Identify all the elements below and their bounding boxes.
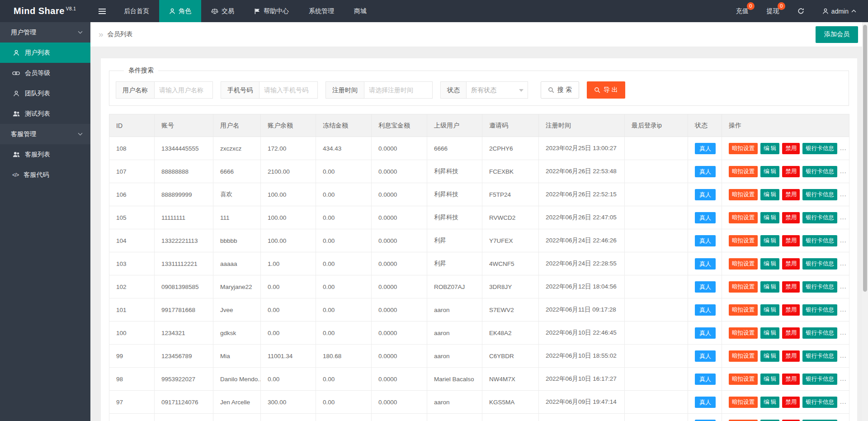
scrollbar[interactable] xyxy=(862,22,868,421)
menu-toggle-button[interactable] xyxy=(90,0,114,22)
edit-button[interactable]: 编 辑 xyxy=(760,281,779,293)
disable-button[interactable]: 禁用 xyxy=(782,397,800,408)
withdraw-badge: 0 xyxy=(778,2,785,10)
refresh-button[interactable] xyxy=(788,0,813,22)
bank-card-button[interactable]: 银行卡信息 xyxy=(802,235,837,246)
more-actions[interactable]: ... xyxy=(840,260,847,267)
topnav-item[interactable]: 商城 xyxy=(344,0,377,22)
disable-button[interactable]: 禁用 xyxy=(782,166,800,177)
more-actions[interactable]: ... xyxy=(840,329,847,336)
scrollbar-thumb[interactable] xyxy=(863,25,867,292)
sidebar-item[interactable]: 团队列表 xyxy=(0,83,90,104)
disable-button[interactable]: 禁用 xyxy=(782,350,800,362)
edit-button[interactable]: 编 辑 xyxy=(760,166,779,177)
deduction-settings-button[interactable]: 暗扣设置 xyxy=(729,350,758,362)
deduction-settings-button[interactable]: 暗扣设置 xyxy=(729,374,758,385)
bank-card-button[interactable]: 银行卡信息 xyxy=(802,397,837,408)
cell-id: 105 xyxy=(109,206,155,229)
bank-card-button[interactable]: 银行卡信息 xyxy=(802,212,837,223)
bank-card-button[interactable]: 银行卡信息 xyxy=(802,189,837,200)
deduction-settings-button[interactable]: 暗扣设置 xyxy=(729,212,758,223)
sidebar-section-header[interactable]: 用户管理 xyxy=(0,22,90,43)
bank-card-button[interactable]: 银行卡信息 xyxy=(802,143,837,154)
disable-button[interactable]: 禁用 xyxy=(782,258,800,270)
status-select[interactable]: 所有状态 xyxy=(466,81,528,99)
sidebar-item[interactable]: 用户列表 xyxy=(0,43,90,63)
edit-button[interactable]: 编 辑 xyxy=(760,304,779,316)
username-input[interactable] xyxy=(154,81,213,99)
search-button[interactable]: 搜 索 xyxy=(541,81,579,99)
sidebar-section-header[interactable]: 客服管理 xyxy=(0,124,90,144)
deduction-settings-button[interactable]: 暗扣设置 xyxy=(729,166,758,177)
deduction-settings-button[interactable]: 暗扣设置 xyxy=(729,258,758,270)
bank-card-button[interactable]: 银行卡信息 xyxy=(802,258,837,270)
phone-input[interactable] xyxy=(259,81,318,99)
bank-card-button[interactable]: 银行卡信息 xyxy=(802,281,837,293)
cell-reg_time: 2023年02月25日 13:00:27 xyxy=(539,137,625,160)
disable-button[interactable]: 禁用 xyxy=(782,304,800,316)
more-actions[interactable]: ... xyxy=(840,167,847,175)
cell-interest: 0.0000 xyxy=(372,229,427,252)
bank-card-button[interactable]: 银行卡信息 xyxy=(802,304,837,316)
more-actions[interactable]: ... xyxy=(840,213,847,221)
edit-button[interactable]: 编 辑 xyxy=(760,374,779,385)
bank-card-button[interactable]: 银行卡信息 xyxy=(802,350,837,362)
topnav-item[interactable]: 角色 xyxy=(159,0,201,22)
deduction-settings-button[interactable]: 暗扣设置 xyxy=(729,281,758,293)
edit-button[interactable]: 编 辑 xyxy=(760,350,779,362)
reg-time-input[interactable] xyxy=(364,81,433,99)
bank-card-button[interactable]: 银行卡信息 xyxy=(802,374,837,385)
disable-button[interactable]: 禁用 xyxy=(782,143,800,154)
topnav-item[interactable]: 交易 xyxy=(201,0,244,22)
more-actions[interactable]: ... xyxy=(840,283,847,290)
add-member-button[interactable]: 添加会员 xyxy=(816,26,858,43)
table-row: 9709171124076Jen Arcelle300.000.000.0000… xyxy=(109,391,849,414)
caret-down-icon xyxy=(519,89,524,92)
disable-button[interactable]: 禁用 xyxy=(782,189,800,200)
edit-button[interactable]: 编 辑 xyxy=(760,143,779,154)
more-actions[interactable]: ... xyxy=(840,306,847,313)
column-header: 状态 xyxy=(688,114,722,137)
deduction-settings-button[interactable]: 暗扣设置 xyxy=(729,397,758,408)
export-button[interactable]: 导 出 xyxy=(587,81,625,99)
more-actions[interactable]: ... xyxy=(840,144,847,151)
more-actions[interactable]: ... xyxy=(840,352,847,359)
admin-menu[interactable]: admin xyxy=(813,0,868,22)
topnav-item[interactable]: 后台首页 xyxy=(114,0,159,22)
menu-icon xyxy=(98,8,106,14)
sidebar-item[interactable]: 测试列表 xyxy=(0,104,90,124)
edit-button[interactable]: 编 辑 xyxy=(760,420,779,421)
deduction-settings-button[interactable]: 暗扣设置 xyxy=(729,235,758,246)
edit-button[interactable]: 编 辑 xyxy=(760,258,779,270)
edit-button[interactable]: 编 辑 xyxy=(760,189,779,200)
bank-card-button[interactable]: 银行卡信息 xyxy=(802,166,837,177)
disable-button[interactable]: 禁用 xyxy=(782,281,800,293)
bank-card-button[interactable]: 银行卡信息 xyxy=(802,327,837,339)
deduction-settings-button[interactable]: 暗扣设置 xyxy=(729,327,758,339)
disable-button[interactable]: 禁用 xyxy=(782,374,800,385)
disable-button[interactable]: 禁用 xyxy=(782,327,800,339)
deduction-settings-button[interactable]: 暗扣设置 xyxy=(729,143,758,154)
deduction-settings-button[interactable]: 暗扣设置 xyxy=(729,304,758,316)
deduction-settings-button[interactable]: 暗扣设置 xyxy=(729,420,758,421)
more-actions[interactable]: ... xyxy=(840,398,847,405)
disable-button[interactable]: 禁用 xyxy=(782,212,800,223)
edit-button[interactable]: 编 辑 xyxy=(760,397,779,408)
deduction-settings-button[interactable]: 暗扣设置 xyxy=(729,189,758,200)
sidebar-item[interactable]: 会员等级 xyxy=(0,63,90,83)
more-actions[interactable]: ... xyxy=(840,375,847,382)
withdraw-button[interactable]: 提现 0 xyxy=(758,0,788,22)
edit-button[interactable]: 编 辑 xyxy=(760,212,779,223)
sidebar-item[interactable]: 客服列表 xyxy=(0,144,90,165)
bank-card-button[interactable]: 银行卡信息 xyxy=(802,420,837,421)
disable-button[interactable]: 禁用 xyxy=(782,420,800,421)
more-actions[interactable]: ... xyxy=(840,237,847,244)
disable-button[interactable]: 禁用 xyxy=(782,235,800,246)
recharge-button[interactable]: 充值 0 xyxy=(727,0,758,22)
topnav-item[interactable]: 帮助中心 xyxy=(244,0,299,22)
topnav-item[interactable]: 系统管理 xyxy=(299,0,344,22)
edit-button[interactable]: 编 辑 xyxy=(760,235,779,246)
edit-button[interactable]: 编 辑 xyxy=(760,327,779,339)
more-actions[interactable]: ... xyxy=(840,190,847,198)
sidebar-item[interactable]: </>客服代码 xyxy=(0,165,90,185)
